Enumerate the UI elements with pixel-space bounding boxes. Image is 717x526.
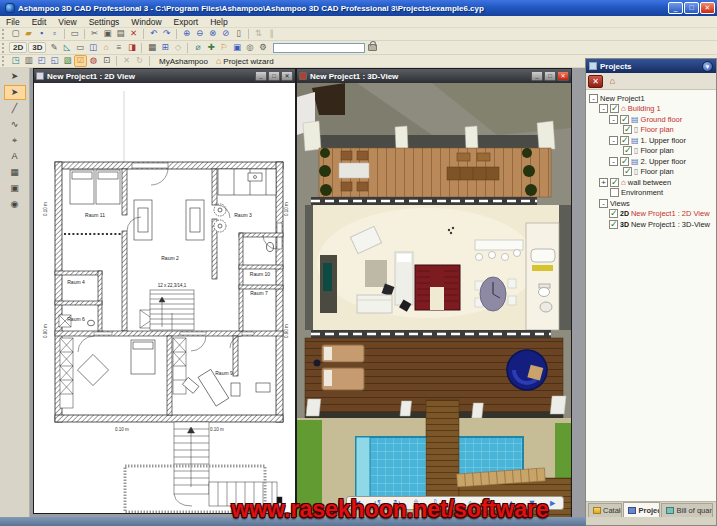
menu-help[interactable]: Help bbox=[204, 17, 233, 27]
view-3d-button[interactable]: 3D bbox=[28, 42, 46, 53]
save-icon[interactable]: ▪ bbox=[35, 28, 48, 40]
window-2d-view[interactable]: New Project1 : 2D View _ □ ✕ bbox=[33, 68, 296, 514]
beam-tool-icon[interactable]: ▭ bbox=[73, 42, 86, 54]
view-2d-button[interactable]: 2D bbox=[9, 42, 27, 53]
tree-item-environment[interactable]: Environment bbox=[586, 188, 716, 199]
tree-item-ground-floor[interactable]: - ▤ Ground floor bbox=[586, 114, 716, 125]
visibility-checkbox[interactable] bbox=[623, 125, 632, 134]
2d-close-button[interactable]: ✕ bbox=[281, 71, 293, 81]
visibility-checkbox[interactable] bbox=[623, 146, 632, 155]
draw-tool-icon[interactable]: ✎ bbox=[47, 42, 60, 54]
panel-menu-button[interactable]: ▾ bbox=[702, 61, 713, 72]
undo-icon[interactable]: ↶ bbox=[147, 28, 160, 40]
close-button[interactable]: ✕ bbox=[700, 2, 715, 14]
target-tool-icon[interactable]: ◎ bbox=[243, 42, 256, 54]
menu-view[interactable]: View bbox=[52, 17, 82, 27]
lock-icon[interactable] bbox=[368, 44, 377, 51]
menu-file[interactable]: File bbox=[0, 17, 26, 27]
tree-item-3d-view[interactable]: 3D New Project1 : 3D-View bbox=[586, 219, 716, 230]
expander-icon[interactable]: - bbox=[599, 104, 608, 113]
print-icon[interactable]: ▭ bbox=[68, 28, 81, 40]
visibility-checkbox[interactable] bbox=[610, 188, 619, 197]
new-file-icon[interactable]: ▢ bbox=[9, 28, 22, 40]
tree-item-floor-plan[interactable]: ▯ Floor plan bbox=[586, 125, 716, 136]
frame-tool-icon[interactable]: ▣ bbox=[230, 42, 243, 54]
curve-tool-icon[interactable]: ∿ bbox=[4, 117, 26, 132]
title-bar[interactable]: Ashampoo 3D CAD Professional 3 - C:\Prog… bbox=[0, 0, 717, 16]
grid-tool-icon[interactable]: ▦ bbox=[145, 42, 158, 54]
image-tool-icon[interactable]: ▦ bbox=[4, 165, 26, 180]
toolbar-grip[interactable] bbox=[2, 29, 6, 39]
visibility-checkbox[interactable] bbox=[620, 157, 629, 166]
save-all-icon[interactable]: ▫ bbox=[48, 28, 61, 40]
zoom-out-icon[interactable]: ⊗ bbox=[206, 28, 219, 40]
menu-window[interactable]: Window bbox=[125, 17, 167, 27]
door-tool-icon[interactable]: ⌂ bbox=[99, 42, 112, 54]
tab-bill-of-quantities[interactable]: Bill of quantiti... bbox=[661, 503, 713, 517]
cut-icon[interactable]: ✂ bbox=[88, 28, 101, 40]
hatch-tool-icon[interactable]: ▨ bbox=[61, 55, 74, 67]
toolbar-grip[interactable] bbox=[2, 56, 6, 66]
copy-icon[interactable]: ▣ bbox=[101, 28, 114, 40]
tree-item-wall-between[interactable]: + ⌂ wall between bbox=[586, 177, 716, 188]
projects-panel-titlebar[interactable]: Projects ▾ bbox=[586, 59, 716, 73]
page-preview-icon[interactable]: ▯ bbox=[232, 28, 245, 40]
wall-tool-icon[interactable]: ◺ bbox=[60, 42, 73, 54]
tree-item-floor-plan[interactable]: ▯ Floor plan bbox=[586, 167, 716, 178]
tree-item-views[interactable]: - Views bbox=[586, 198, 716, 209]
visibility-checkbox[interactable] bbox=[610, 178, 619, 187]
view-sw-icon[interactable]: ◱ bbox=[48, 55, 61, 67]
3d-minimize-button[interactable]: _ bbox=[531, 71, 543, 81]
tree-item-2d-view[interactable]: 2D New Project1 : 2D View bbox=[586, 209, 716, 220]
visibility-checkbox[interactable] bbox=[620, 115, 629, 124]
tree-item-project-root[interactable]: - New Project1 bbox=[586, 93, 716, 104]
settings-tool-icon[interactable]: ⚙ bbox=[256, 42, 269, 54]
stairs-tool-icon[interactable]: ≡ bbox=[112, 42, 125, 54]
measure-input[interactable] bbox=[273, 43, 365, 53]
expander-icon[interactable]: + bbox=[599, 178, 608, 187]
delete-project-icon[interactable]: ✕ bbox=[588, 75, 603, 88]
menu-edit[interactable]: Edit bbox=[26, 17, 53, 27]
measure-tool-icon[interactable]: ⌖ bbox=[4, 133, 26, 148]
zoom-in-icon[interactable]: ⊖ bbox=[193, 28, 206, 40]
plus-tool-icon[interactable]: ✚ bbox=[204, 42, 217, 54]
tree-item-floor-plan[interactable]: ▯ Floor plan bbox=[586, 146, 716, 157]
box-tool-icon[interactable]: ⊡ bbox=[100, 55, 113, 67]
new-building-icon[interactable]: ⌂ bbox=[605, 75, 620, 88]
paste-icon[interactable]: ▤ bbox=[114, 28, 127, 40]
expander-icon[interactable]: - bbox=[589, 94, 598, 103]
delete-icon[interactable]: ✕ bbox=[127, 28, 140, 40]
tree-item-upper-floor-2[interactable]: - ▤ 2. Upper floor bbox=[586, 156, 716, 167]
expander-icon[interactable]: - bbox=[609, 115, 618, 124]
project-wizard-button[interactable]: Project wizard bbox=[223, 57, 273, 66]
line-tool-icon[interactable]: ╱ bbox=[4, 101, 26, 116]
visibility-checkbox[interactable] bbox=[609, 209, 618, 218]
text-tool-icon[interactable]: A bbox=[4, 149, 26, 164]
menu-settings[interactable]: Settings bbox=[83, 17, 126, 27]
expander-icon[interactable]: - bbox=[609, 136, 618, 145]
circle-tool-icon[interactable]: ⌀ bbox=[191, 42, 204, 54]
expander-icon[interactable]: - bbox=[609, 157, 618, 166]
menu-export[interactable]: Export bbox=[168, 17, 205, 27]
viewport-tool-icon[interactable]: ▣ bbox=[4, 181, 26, 196]
visibility-checkbox[interactable] bbox=[620, 136, 629, 145]
tab-projects[interactable]: Projects bbox=[623, 502, 660, 517]
visibility-checkbox[interactable] bbox=[609, 220, 618, 229]
3d-window-titlebar[interactable]: New Project1 : 3D-View _ □ ✕ bbox=[297, 69, 571, 83]
window-3d-view[interactable]: New Project1 : 3D-View _ □ ✕ bbox=[296, 68, 572, 526]
toolbar-grip[interactable] bbox=[2, 43, 6, 53]
2d-canvas[interactable]: Raum 11 Raum 2 Raum 3 Raum 4 Raum 6 Raum… bbox=[34, 83, 295, 513]
add-view-icon[interactable]: ⊞ bbox=[158, 42, 171, 54]
2d-window-titlebar[interactable]: New Project1 : 2D View _ □ ✕ bbox=[34, 69, 295, 83]
visibility-checkbox[interactable] bbox=[623, 167, 632, 176]
window-tool-icon[interactable]: ◫ bbox=[86, 42, 99, 54]
minimize-button[interactable]: _ bbox=[668, 2, 683, 14]
globe-tool-icon[interactable]: ◉ bbox=[4, 197, 26, 212]
expander-icon[interactable]: - bbox=[599, 199, 608, 208]
visibility-checkbox[interactable] bbox=[610, 104, 619, 113]
check-tool-icon[interactable]: ☑ bbox=[74, 55, 87, 67]
tree-item-building-1[interactable]: - ⌂ Building 1 bbox=[586, 104, 716, 115]
zoom-reset-icon[interactable]: ⊘ bbox=[219, 28, 232, 40]
myashampoo-button[interactable]: MyAshampoo bbox=[159, 57, 208, 66]
2d-minimize-button[interactable]: _ bbox=[255, 71, 267, 81]
